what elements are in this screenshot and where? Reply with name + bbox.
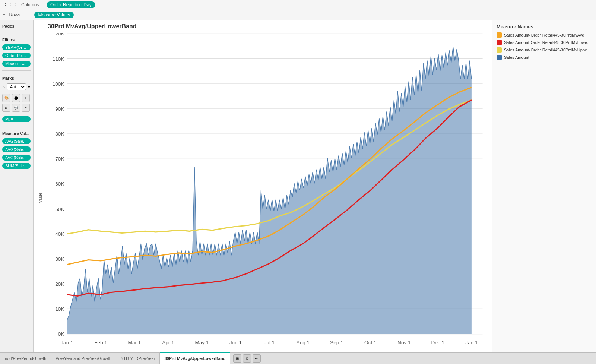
measure-pill-4[interactable]: SUM(Sale...: [2, 163, 31, 169]
marks-tooltip-btn[interactable]: 💬: [12, 104, 20, 112]
svg-text:90K: 90K: [55, 106, 64, 112]
columns-label: Columns: [21, 2, 44, 7]
svg-text:0K: 0K: [58, 331, 64, 337]
legend-color-2: [497, 40, 502, 45]
svg-text:100K: 100K: [53, 81, 64, 87]
svg-text:Nov 1: Nov 1: [397, 340, 411, 345]
rows-pill[interactable]: Measure Values: [34, 12, 74, 18]
svg-text:40K: 40K: [55, 231, 64, 237]
tab-bar: riod/PrevPeriodGrowth PrevYear and PrevY…: [0, 352, 596, 364]
svg-text:30K: 30K: [55, 256, 64, 262]
legend-item-1: Sales Amount-Order Retail445-30PrdMvAvg: [497, 32, 592, 38]
chart-body: Value .grid-line { stroke: #e0e0e0; stro…: [37, 33, 487, 352]
legend-text-1: Sales Amount-Order Retail445-30PrdMvAvg: [504, 33, 584, 37]
divider-filters: [2, 70, 31, 71]
marks-section-title: Marks: [2, 76, 31, 80]
legend-text-3: Sales Amount-Order Retail445-30PrdMvUppe…: [504, 48, 590, 52]
filter-pill-3[interactable]: Measu... ≡: [2, 61, 31, 67]
rows-shelf: ≡ Rows Measure Values: [0, 10, 596, 20]
marks-label-btn[interactable]: T: [22, 94, 30, 102]
svg-text:60K: 60K: [55, 181, 64, 187]
svg-text:Feb 1: Feb 1: [94, 340, 107, 345]
legend-item-4: Sales Amount: [497, 55, 592, 60]
svg-text:May 1: May 1: [195, 340, 209, 345]
tab-1[interactable]: PrevYear and PrevYearGrowth: [51, 353, 116, 364]
marks-dropdown-icon[interactable]: ▼: [27, 85, 31, 89]
measure-pill-3[interactable]: AVG(Sale...: [2, 155, 31, 161]
chart-container: 30Prd MvAvg/UpperLowerBand Value .grid-l…: [34, 20, 492, 352]
filter-pill-1[interactable]: YEAR(Ord...: [2, 44, 31, 50]
marks-detail-btn[interactable]: ⊞: [2, 104, 10, 112]
svg-text:Dec 1: Dec 1: [431, 340, 445, 345]
color-measure-pill[interactable]: M. ≡: [2, 116, 31, 122]
svg-text:10K: 10K: [55, 306, 64, 312]
divider-marks: [2, 126, 31, 126]
svg-text:50K: 50K: [55, 206, 64, 212]
tab-icon-btn-3[interactable]: ⋯: [253, 354, 261, 363]
svg-text:Mar 1: Mar 1: [128, 340, 141, 345]
filter-pill-2[interactable]: Order Rep...: [2, 53, 31, 58]
measure-val-title: Measure Val...: [2, 132, 31, 136]
filters-section-title: Filters: [2, 38, 31, 42]
svg-text:Apr 1: Apr 1: [162, 340, 174, 345]
svg-text:Jan 1: Jan 1: [61, 340, 73, 345]
svg-text:Jun 1: Jun 1: [229, 340, 242, 345]
svg-text:110K: 110K: [53, 56, 64, 62]
chart-svg: .grid-line { stroke: #e0e0e0; stroke-wid…: [44, 33, 487, 352]
legend-color-3: [497, 47, 502, 53]
tab-icon-btn-2[interactable]: ⧉: [243, 354, 251, 363]
legend-text-4: Sales Amount: [504, 55, 529, 60]
marks-auto-row: ∿ Aut... ▼: [2, 83, 31, 90]
svg-text:70K: 70K: [55, 156, 64, 162]
marks-color-btn[interactable]: 🎨: [2, 94, 10, 102]
legend-color-1: [497, 32, 502, 38]
tab-0[interactable]: riod/PrevPeriodGrowth: [0, 353, 51, 364]
y-axis-label: Value: [37, 33, 44, 352]
chart-title: 30Prd MvAvg/UpperLowerBand: [37, 23, 487, 30]
marks-type-select[interactable]: Aut...: [7, 83, 26, 90]
chart-inner: .grid-line { stroke: #e0e0e0; stroke-wid…: [44, 33, 487, 352]
sidebar: Pages Filters YEAR(Ord... Order Rep... M…: [0, 20, 34, 352]
rows-label: Rows: [9, 12, 31, 18]
measure-pill-2[interactable]: AVG(Sale...: [2, 146, 31, 152]
svg-text:Oct 1: Oct 1: [364, 340, 377, 345]
measure-pill-1[interactable]: AVG(Sale...: [2, 138, 31, 144]
legend-item-2: Sales Amount-Order Retail445-30PrdMvLowe…: [497, 40, 592, 45]
marks-size-btn[interactable]: ⬤: [12, 94, 20, 102]
tab-3[interactable]: 30Prd MvAvg/UpperLowerBand: [160, 352, 230, 364]
tab-2[interactable]: YTD-YTDPrevYear: [116, 353, 160, 364]
svg-text:Aug 1: Aug 1: [297, 340, 310, 345]
legend-item-3: Sales Amount-Order Retail445-30PrdMvUppe…: [497, 47, 592, 53]
legend-text-2: Sales Amount-Order Retail445-30PrdMvLowe…: [504, 40, 590, 45]
marks-path-btn[interactable]: ∿: [22, 104, 30, 112]
columns-shelf: ⋮⋮⋮ Columns Order Reporting Day: [0, 0, 596, 10]
tab-icon-btn-1[interactable]: ⊞: [233, 354, 241, 363]
legend-color-4: [497, 55, 502, 60]
svg-text:Jul 1: Jul 1: [264, 340, 275, 345]
svg-text:20K: 20K: [55, 281, 64, 287]
svg-text:Jan 1: Jan 1: [465, 340, 478, 345]
svg-text:80K: 80K: [55, 131, 64, 137]
svg-text:Sep 1: Sep 1: [330, 340, 343, 345]
svg-text:120K: 120K: [53, 33, 64, 37]
marks-icon-group: 🎨 ⬤ T ⊞ 💬 ∿: [2, 94, 31, 112]
legend-title: Measure Names: [497, 24, 592, 29]
pages-section-title: Pages: [2, 24, 31, 28]
divider-pages: [2, 32, 31, 32]
tab-icon-group: ⊞ ⧉ ⋯: [230, 353, 264, 364]
chart-svg-wrapper: .grid-line { stroke: #e0e0e0; stroke-wid…: [44, 33, 487, 352]
columns-pill[interactable]: Order Reporting Day: [47, 1, 95, 8]
legend-panel: Measure Names Sales Amount-Order Retail4…: [492, 20, 596, 352]
